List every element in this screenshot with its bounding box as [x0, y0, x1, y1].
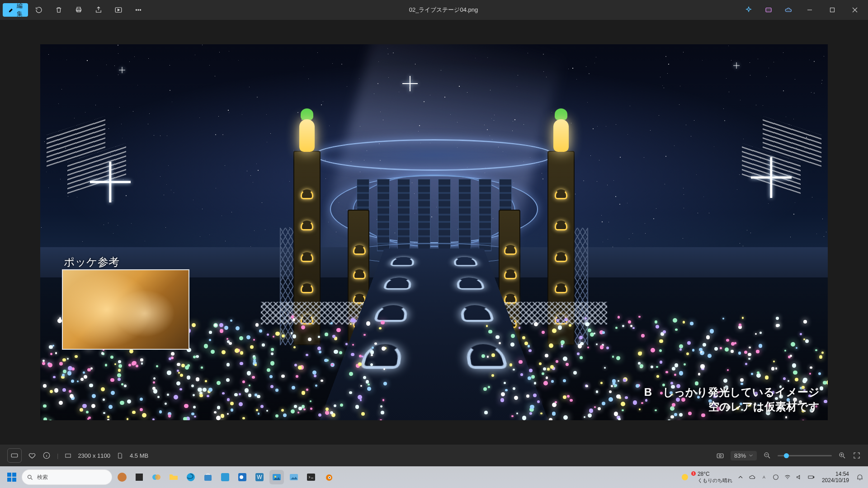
close-icon	[852, 7, 858, 13]
edit-icon	[8, 7, 14, 13]
svg-rect-39	[813, 477, 814, 478]
svg-text:W: W	[257, 474, 262, 480]
taskbar-app-edge[interactable]	[184, 470, 198, 484]
close-button[interactable]	[844, 2, 865, 18]
svg-point-26	[240, 475, 243, 479]
terminal-icon	[306, 472, 316, 483]
taskbar-app-explorer[interactable]	[166, 470, 181, 484]
play-rect-icon	[114, 6, 123, 14]
titlebar: 編集 02_ライブステージ04.png	[0, 0, 868, 20]
volume-icon[interactable]	[796, 474, 803, 481]
note-prefix: B	[644, 386, 652, 398]
taskbar-search[interactable]: 検索	[22, 469, 112, 485]
sparkle-icon	[745, 6, 753, 14]
app-icon	[134, 472, 145, 483]
onedrive-tray-icon[interactable]	[749, 474, 756, 481]
folder-icon	[168, 472, 179, 483]
svg-point-21	[155, 474, 160, 480]
blender-icon	[323, 472, 334, 483]
svg-rect-32	[307, 474, 315, 481]
weather-temp: 28°C	[698, 471, 732, 477]
taskbar-app-store[interactable]	[201, 470, 215, 484]
svg-point-17	[28, 475, 32, 479]
start-button[interactable]	[5, 470, 19, 484]
taskbar-app-copilot[interactable]	[149, 470, 164, 484]
filmstrip-icon	[10, 451, 19, 460]
taskbar-app-terminal[interactable]	[304, 470, 318, 484]
svg-rect-9	[717, 454, 723, 458]
heart-icon[interactable]	[28, 451, 36, 460]
svg-rect-5	[830, 8, 834, 12]
camera-icon[interactable]	[716, 451, 724, 460]
taskbar-app-2[interactable]	[132, 470, 146, 484]
maximize-button[interactable]	[822, 2, 843, 18]
clock-date: 2024/10/19	[822, 477, 849, 483]
canvas-viewport[interactable]: ポッケ参考 B しっかり発光しているイメージ 空のレアは仮素材です	[0, 20, 868, 445]
filmstrip-toggle[interactable]	[7, 448, 22, 463]
edit-button[interactable]: 編集	[3, 3, 28, 17]
rotate-button[interactable]	[30, 2, 48, 18]
slideshow-button[interactable]	[109, 2, 127, 18]
svg-rect-6	[11, 454, 18, 457]
info-icon[interactable]	[42, 451, 51, 460]
zoom-out-icon[interactable]	[763, 451, 771, 460]
chevron-up-icon[interactable]	[737, 474, 744, 481]
annotation-note: B しっかり発光しているイメージ 空のレアは仮素材です	[644, 385, 820, 414]
taskbar-app-5[interactable]	[287, 470, 301, 484]
svg-point-35	[329, 477, 330, 478]
ime-icon[interactable]: A	[760, 474, 768, 481]
zoom-slider[interactable]	[778, 455, 832, 456]
svg-point-10	[719, 455, 722, 457]
svg-rect-15	[7, 478, 11, 482]
taskbar-app-4[interactable]: W	[252, 470, 267, 484]
taskbar-clock[interactable]: 14:54 2024/10/19	[822, 471, 849, 484]
taskbar-app-photos[interactable]	[269, 470, 284, 484]
taskbar-app-outlook[interactable]	[235, 470, 250, 484]
svg-point-3	[140, 9, 141, 10]
more-button[interactable]	[129, 2, 147, 18]
search-icon	[27, 474, 33, 481]
zoom-dropdown[interactable]: 83%	[731, 451, 757, 460]
app-icon	[117, 472, 127, 483]
image-icon	[288, 472, 299, 483]
note-line1: しっかり発光しているイメージ	[663, 386, 820, 398]
meet-now-icon[interactable]	[772, 474, 779, 481]
chevron-down-icon	[749, 453, 753, 458]
app-icon	[220, 472, 231, 483]
svg-rect-4	[766, 8, 771, 12]
taskbar-app-blender[interactable]	[321, 470, 335, 484]
taskbar-app-1[interactable]	[115, 470, 129, 484]
magic-select-button[interactable]	[740, 2, 758, 18]
taskbar-weather[interactable]: 1 28°C くもりのち晴れ	[685, 471, 732, 483]
maximize-icon	[830, 7, 835, 13]
svg-rect-16	[12, 478, 16, 482]
print-button[interactable]	[70, 2, 88, 18]
minimize-icon	[807, 7, 812, 13]
edit-label: 編集	[17, 2, 23, 18]
photos-app-window: 編集 02_ライブステージ04.png	[0, 0, 868, 466]
note-line2: 空のレアは仮素材です	[644, 399, 820, 414]
status-bar: | 2300 x 1100 4.5 MB 83%	[0, 445, 868, 466]
filesize-icon	[117, 452, 123, 459]
svg-rect-38	[808, 476, 813, 478]
taskbar-app-3[interactable]	[218, 470, 232, 484]
zoom-in-icon[interactable]	[838, 451, 846, 460]
image-content: ポッケ参考 B しっかり発光しているイメージ 空のレアは仮素材です	[40, 44, 828, 420]
dimensions-value: 2300 x 1100	[78, 452, 110, 459]
onedrive-button[interactable]	[779, 2, 797, 18]
windows-taskbar: 検索 W 1 28°C くもりのち晴れ A 14:54	[0, 466, 868, 488]
clipchamp-button[interactable]	[760, 2, 778, 18]
search-placeholder: 検索	[37, 474, 48, 481]
svg-rect-19	[136, 474, 143, 481]
svg-point-37	[774, 475, 778, 480]
notifications-icon[interactable]	[856, 474, 863, 481]
outlook-icon	[237, 472, 248, 483]
delete-button[interactable]	[50, 2, 68, 18]
battery-icon[interactable]	[807, 474, 815, 481]
fullscreen-icon[interactable]	[853, 451, 861, 460]
minimize-button[interactable]	[799, 2, 820, 18]
filesize-value: 4.5 MB	[130, 452, 148, 459]
windows-logo-icon	[6, 472, 17, 483]
wifi-icon[interactable]	[784, 474, 791, 481]
share-button[interactable]	[90, 2, 108, 18]
